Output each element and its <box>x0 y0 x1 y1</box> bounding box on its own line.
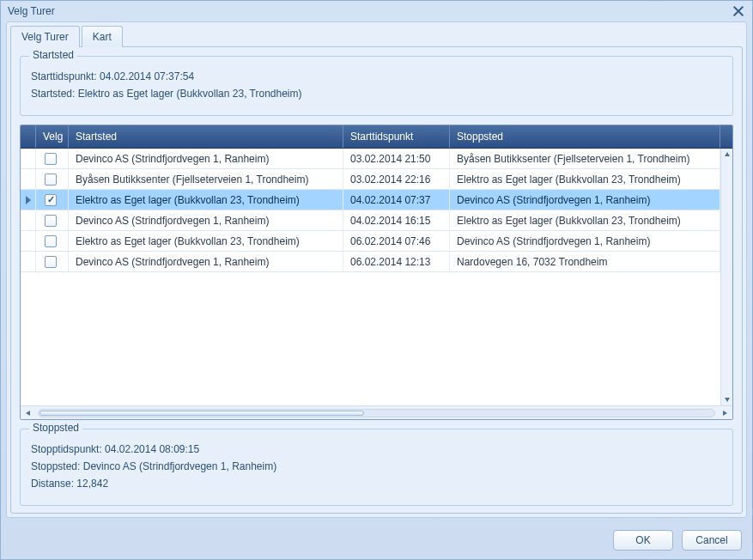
current-row-icon <box>26 196 31 204</box>
cell-startsted: Devinco AS (Strindfjordvegen 1, Ranheim) <box>69 149 343 168</box>
column-header-indicator[interactable] <box>21 125 36 148</box>
cancel-button[interactable]: Cancel <box>682 530 742 551</box>
ok-label: OK <box>635 534 650 546</box>
row-indicator <box>21 231 36 251</box>
scroll-up-icon[interactable] <box>721 149 733 161</box>
velg-checkbox[interactable] <box>45 153 57 165</box>
cell-startsted: Devinco AS (Strindfjordvegen 1, Ranheim) <box>69 252 343 271</box>
column-header-velg[interactable]: Velg <box>36 125 69 148</box>
dialog-window: Velg Turer Velg Turer Kart Startsted Sta… <box>0 0 753 560</box>
scroll-down-icon[interactable] <box>721 393 733 405</box>
velg-checkbox[interactable] <box>45 256 57 268</box>
table-row[interactable]: Devinco AS (Strindfjordvegen 1, Ranheim)… <box>21 252 732 272</box>
grid-body: Devinco AS (Strindfjordvegen 1, Ranheim)… <box>21 149 732 405</box>
cell-stoppsted: Devinco AS (Strindfjordvegen 1, Ranheim) <box>450 231 720 251</box>
table-row[interactable]: Devinco AS (Strindfjordvegen 1, Ranheim)… <box>21 210 732 231</box>
startsted-group: Startsted Starttidspunkt: 04.02.2014 07:… <box>20 56 733 116</box>
table-row[interactable]: Elektro as Eget lager (Bukkvollan 23, Tr… <box>21 190 732 210</box>
cell-startsted: Elektro as Eget lager (Bukkvollan 23, Tr… <box>69 190 343 210</box>
stoppsted-group: Stoppsted Stopptidspunkt: 04.02.2014 08:… <box>20 429 733 506</box>
cell-velg <box>36 210 69 230</box>
hscroll-track[interactable] <box>38 409 715 417</box>
tab-panel: Startsted Starttidspunkt: 04.02.2014 07:… <box>10 46 743 514</box>
cell-velg <box>36 149 69 168</box>
cell-velg <box>36 169 69 189</box>
velg-checkbox[interactable] <box>45 194 57 206</box>
column-header-stoppsted[interactable]: Stoppsted <box>450 125 720 148</box>
table-row[interactable]: Byåsen Butikksenter (Fjellseterveien 1, … <box>21 169 732 190</box>
content-area: Velg Turer Kart Startsted Starttidspunkt… <box>6 21 747 518</box>
cell-starttidspunkt: 06.02.2014 07:46 <box>343 231 450 251</box>
hscroll-thumb[interactable] <box>39 411 364 416</box>
cell-stoppsted: Elektro as Eget lager (Bukkvollan 23, Tr… <box>450 210 720 230</box>
cell-velg <box>36 231 69 251</box>
titlebar: Velg Turer <box>1 1 752 21</box>
cell-stoppsted: Elektro as Eget lager (Bukkvollan 23, Tr… <box>450 169 720 189</box>
column-header-startsted[interactable]: Startsted <box>69 125 343 148</box>
stoppsted-text: Stoppsted: Devinco AS (Strindfjordvegen … <box>31 460 722 472</box>
button-bar: OK Cancel <box>1 523 752 559</box>
tab-label: Kart <box>93 31 112 43</box>
cancel-label: Cancel <box>695 534 727 546</box>
starttidspunkt-text: Starttidspunkt: 04.02.2014 07:37:54 <box>31 70 722 82</box>
cell-stoppsted: Nardovegen 16, 7032 Trondheim <box>450 252 720 271</box>
cell-stoppsted: Devinco AS (Strindfjordvegen 1, Ranheim) <box>450 190 720 210</box>
stopptidspunkt-text: Stopptidspunkt: 04.02.2014 08:09:15 <box>31 443 722 455</box>
cell-starttidspunkt: 04.02.2014 07:37 <box>343 190 450 210</box>
startsted-text: Startsted: Elektro as Eget lager (Bukkvo… <box>31 88 722 100</box>
tab-label: Velg Turer <box>21 31 69 43</box>
row-indicator <box>21 169 36 189</box>
cell-stoppsted: Byåsen Butikksenter (Fjellseterveien 1, … <box>450 149 720 168</box>
cell-startsted: Elektro as Eget lager (Bukkvollan 23, Tr… <box>69 231 343 251</box>
scroll-right-icon[interactable] <box>719 407 731 419</box>
column-header-scroll-gutter <box>720 125 732 148</box>
table-row[interactable]: Devinco AS (Strindfjordvegen 1, Ranheim)… <box>21 149 732 169</box>
cell-velg <box>36 190 69 210</box>
velg-checkbox[interactable] <box>45 173 57 186</box>
tabstrip: Velg Turer Kart <box>10 26 743 47</box>
stoppsted-legend: Stoppsted <box>29 422 82 434</box>
velg-checkbox[interactable] <box>45 215 57 227</box>
close-icon[interactable] <box>732 4 745 18</box>
cell-starttidspunkt: 03.02.2014 21:50 <box>343 149 450 168</box>
cell-velg <box>36 252 69 271</box>
cell-startsted: Byåsen Butikksenter (Fjellseterveien 1, … <box>69 169 343 189</box>
ok-button[interactable]: OK <box>613 530 673 551</box>
row-indicator <box>21 190 36 210</box>
horizontal-scrollbar[interactable] <box>21 405 732 419</box>
row-indicator <box>21 252 36 271</box>
cell-starttidspunkt: 03.02.2014 22:16 <box>343 169 450 189</box>
row-indicator <box>21 210 36 230</box>
cell-startsted: Devinco AS (Strindfjordvegen 1, Ranheim) <box>69 210 343 230</box>
vertical-scrollbar[interactable] <box>720 149 732 405</box>
grid-header: Velg Startsted Starttidspunkt Stoppsted <box>21 125 732 149</box>
row-indicator <box>21 149 36 168</box>
velg-checkbox[interactable] <box>45 235 57 247</box>
column-header-starttidspunkt[interactable]: Starttidspunkt <box>343 125 450 148</box>
window-title: Velg Turer <box>8 1 55 21</box>
scroll-left-icon[interactable] <box>22 407 34 419</box>
tab-kart[interactable]: Kart <box>82 26 123 47</box>
trips-grid: Velg Startsted Starttidspunkt Stoppsted … <box>20 125 733 420</box>
cell-starttidspunkt: 06.02.2014 12:13 <box>343 252 450 271</box>
tab-velg-turer[interactable]: Velg Turer <box>10 26 80 47</box>
table-row[interactable]: Elektro as Eget lager (Bukkvollan 23, Tr… <box>21 231 732 252</box>
cell-starttidspunkt: 04.02.2014 16:15 <box>343 210 450 230</box>
distanse-text: Distanse: 12,842 <box>31 478 722 490</box>
startsted-legend: Startsted <box>29 49 77 61</box>
